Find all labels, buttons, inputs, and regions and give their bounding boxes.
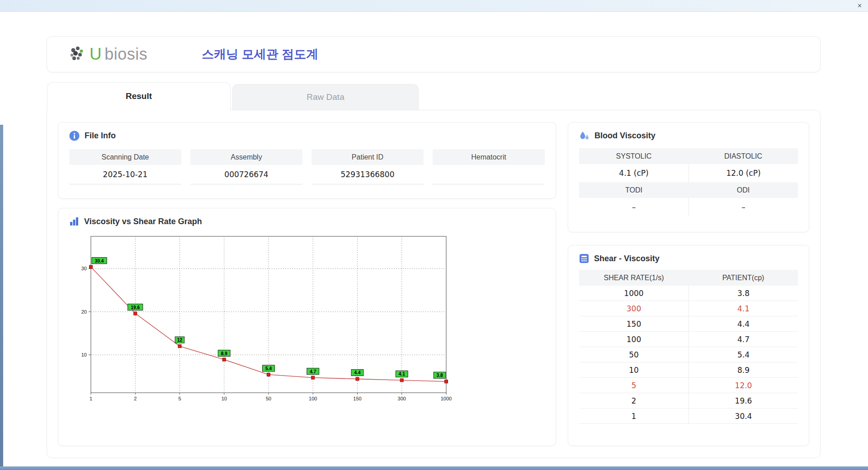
shear-table-header: SHEAR RATE(1/s) PATIENT(cp): [579, 270, 798, 286]
shear-rate-cell: 5: [579, 378, 689, 393]
patient-cp-cell: 30.4: [689, 409, 798, 423]
diastolic-value: 12.0 (cP): [689, 164, 798, 182]
droplet-icon: [579, 131, 590, 141]
graph-title: Viscosity vs Shear Rate Graph: [84, 217, 202, 226]
file-info-card: File Info Scanning Date 2025-10-21 Assem…: [58, 122, 556, 199]
window-titlebar: ×: [0, 0, 868, 12]
window-close-icon[interactable]: ×: [858, 2, 862, 9]
result-panel: File Info Scanning Date 2025-10-21 Assem…: [47, 110, 821, 458]
shear-viscosity-card: Shear - Viscosity SHEAR RATE(1/s) PATIEN…: [568, 245, 809, 446]
patient-cp-cell: 5.4: [689, 347, 798, 362]
graph-card: Viscosity vs Shear Rate Graph 1020301251…: [58, 208, 556, 446]
ubiosis-logo: U biosis: [68, 45, 147, 64]
svg-text:20: 20: [81, 309, 87, 315]
patient-cp-cell: 19.6: [689, 393, 798, 408]
info-icon: [69, 131, 80, 141]
patient-cp-cell: 4.1: [689, 301, 798, 316]
file-info-title-row: File Info: [69, 131, 545, 141]
shear-table-row: 3004.1: [579, 301, 798, 316]
svg-text:3.8: 3.8: [437, 373, 443, 378]
svg-text:50: 50: [266, 396, 271, 401]
svg-text:1000: 1000: [441, 396, 452, 401]
shear-rate-cell: 1000: [579, 286, 689, 301]
svg-text:12: 12: [177, 338, 183, 343]
field-value: [433, 165, 545, 184]
field-assembly: Assembly 000726674: [190, 149, 302, 184]
svg-text:4.1: 4.1: [399, 371, 405, 376]
odi-value: –: [689, 198, 798, 216]
background-bottom-edge: [0, 466, 868, 470]
field-value: 000726674: [190, 165, 302, 184]
svg-text:19.6: 19.6: [131, 305, 140, 310]
svg-text:10: 10: [222, 396, 227, 401]
shear-rate-cell: 2: [579, 393, 689, 408]
shear-table-row: 512.0: [579, 378, 798, 393]
blood-viscosity-card: Blood Viscosity SYSTOLIC DIASTOLIC 4.1 (…: [568, 122, 809, 232]
background-left-edge: [0, 125, 3, 470]
patient-cp-cell: 3.8: [689, 286, 798, 301]
svg-text:4.4: 4.4: [354, 370, 361, 375]
svg-text:100: 100: [309, 396, 317, 401]
blood-viscosity-title-row: Blood Viscosity: [579, 131, 798, 141]
field-label: Hematocrit: [433, 149, 545, 165]
systolic-value: 4.1 (cP): [579, 164, 689, 182]
svg-text:150: 150: [353, 396, 361, 401]
shear-rate-cell: 50: [579, 347, 689, 362]
shear-rate-cell: 1: [579, 409, 689, 423]
blood-viscosity-title: Blood Viscosity: [594, 131, 656, 141]
patient-cp-cell: 8.9: [689, 362, 798, 377]
shear-rate-cell: 150: [579, 316, 689, 331]
field-label: Scanning Date: [69, 149, 181, 165]
bar-chart-icon: [69, 216, 79, 226]
viscosity-chart: 1020301251050100150300100030.419.6128.95…: [72, 234, 453, 408]
app-header: U biosis 스캐닝 모세관 점도계: [47, 36, 821, 72]
file-info-title: File Info: [85, 131, 116, 141]
logo-dots-icon: [68, 46, 87, 63]
shear-rate-cell: 10: [579, 362, 689, 377]
shear-table-row: 1504.4: [579, 316, 798, 332]
tab-result[interactable]: Result: [47, 82, 231, 110]
file-info-fields: Scanning Date 2025-10-21 Assembly 000726…: [69, 149, 545, 184]
patient-cp-cell: 12.0: [689, 378, 798, 393]
patient-cp-cell: 4.4: [689, 316, 798, 331]
svg-text:5.4: 5.4: [265, 366, 272, 371]
shear-rate-column-header: SHEAR RATE(1/s): [579, 270, 689, 286]
logo-text-u: U: [90, 45, 102, 64]
svg-text:300: 300: [398, 396, 406, 401]
todi-value: –: [579, 198, 689, 216]
graph-title-row: Viscosity vs Shear Rate Graph: [69, 216, 545, 226]
shear-viscosity-title-row: Shear - Viscosity: [579, 254, 798, 263]
svg-text:1: 1: [90, 396, 92, 401]
chart-area: 1020301251050100150300100030.419.6128.95…: [72, 234, 545, 410]
field-value: 52931366800: [311, 165, 424, 184]
right-column: Blood Viscosity SYSTOLIC DIASTOLIC 4.1 (…: [568, 122, 809, 446]
grid-table-icon: [579, 254, 589, 263]
field-label: Patient ID: [311, 149, 424, 165]
systolic-label: SYSTOLIC: [579, 148, 689, 164]
shear-table-row: 130.4: [579, 409, 798, 424]
diastolic-label: DIASTOLIC: [689, 148, 798, 164]
blood-viscosity-table: SYSTOLIC DIASTOLIC 4.1 (cP) 12.0 (cP) TO…: [579, 148, 798, 216]
field-hematocrit: Hematocrit: [433, 149, 545, 184]
svg-text:5: 5: [178, 396, 181, 401]
svg-text:4.7: 4.7: [310, 369, 316, 374]
shear-rate-cell: 300: [579, 301, 689, 316]
shear-rate-cell: 100: [579, 332, 689, 347]
patient-cp-cell: 4.7: [689, 332, 798, 347]
shear-table-row: 505.4: [579, 347, 798, 362]
odi-label: ODI: [689, 182, 798, 198]
field-scanning-date: Scanning Date 2025-10-21: [69, 149, 181, 184]
app-window: U biosis 스캐닝 모세관 점도계 Result Raw Data Fil…: [0, 12, 868, 470]
field-value: 2025-10-21: [69, 165, 181, 184]
shear-table-row: 219.6: [579, 393, 798, 409]
patient-column-header: PATIENT(cp): [689, 270, 798, 286]
shear-table-body: 10003.83004.11504.41004.7505.4108.9512.0…: [579, 286, 798, 424]
field-label: Assembly: [190, 149, 302, 165]
left-column: File Info Scanning Date 2025-10-21 Assem…: [58, 122, 556, 446]
svg-text:30.4: 30.4: [95, 258, 104, 263]
field-patient-id: Patient ID 52931366800: [311, 149, 424, 184]
todi-label: TODI: [579, 182, 689, 198]
svg-text:8.9: 8.9: [221, 351, 227, 356]
shear-viscosity-table: SHEAR RATE(1/s) PATIENT(cp) 10003.83004.…: [579, 270, 798, 424]
tab-raw-data[interactable]: Raw Data: [232, 84, 419, 110]
